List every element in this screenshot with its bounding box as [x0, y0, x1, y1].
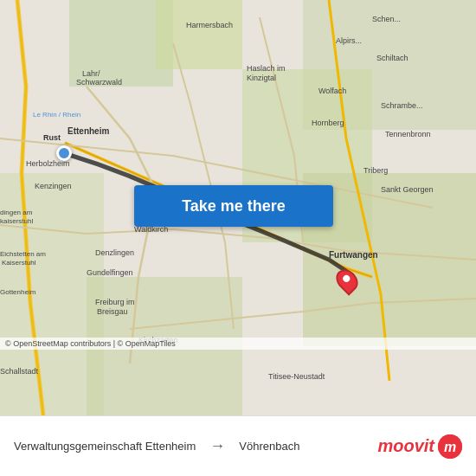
svg-text:Sankt Georgen: Sankt Georgen	[381, 185, 434, 194]
svg-text:Tennenbronn: Tennenbronn	[385, 130, 431, 138]
origin-marker	[56, 145, 72, 161]
svg-text:Kaiserstuhl: Kaiserstuhl	[2, 259, 36, 267]
svg-text:Wolfach: Wolfach	[318, 87, 346, 95]
svg-text:Gottenheim: Gottenheim	[0, 288, 36, 296]
svg-text:Schwarzwald: Schwarzwald	[76, 78, 122, 87]
svg-text:kaiserstuhl: kaiserstuhl	[0, 217, 33, 225]
svg-text:m: m	[444, 440, 456, 454]
svg-text:Furtwangen: Furtwangen	[329, 250, 378, 260]
svg-text:Schallstadt: Schallstadt	[0, 367, 39, 376]
svg-text:Schiltach: Schiltach	[376, 54, 408, 62]
svg-text:Le Rhin / Rhein: Le Rhin / Rhein	[33, 111, 80, 119]
svg-text:Breisgau: Breisgau	[97, 307, 128, 316]
svg-text:Denzlingen: Denzlingen	[95, 248, 134, 257]
svg-rect-2	[156, 0, 242, 69]
route-text: Verwaltungsgemeinschaft Ettenheim → Vöhr…	[14, 437, 377, 455]
bottom-bar: Verwaltungsgemeinschaft Ettenheim → Vöhr…	[0, 415, 476, 476]
svg-text:Haslach im: Haslach im	[247, 64, 286, 73]
svg-text:Alpirs...: Alpirs...	[336, 36, 362, 45]
svg-text:Schrambe...: Schrambe...	[381, 101, 423, 110]
moovit-text: moovit	[377, 436, 434, 456]
map-container: Lahr/ Schwarzwald Harmersbach Haslach im…	[0, 0, 476, 415]
svg-text:Harmersbach: Harmersbach	[186, 21, 233, 29]
take-me-there-button[interactable]: Take me there	[134, 185, 333, 227]
svg-text:Freiburg im: Freiburg im	[95, 298, 135, 306]
moovit-icon: m	[438, 434, 462, 459]
svg-text:Titisee-Neustadt: Titisee-Neustadt	[268, 372, 325, 381]
svg-text:Kinzigtal: Kinzigtal	[247, 74, 276, 82]
svg-text:Kenzingen: Kenzingen	[35, 182, 72, 190]
svg-text:Eichstetten am: Eichstetten am	[0, 250, 46, 258]
svg-text:dingen am: dingen am	[0, 209, 33, 216]
svg-text:Rust: Rust	[43, 133, 61, 142]
destination-label: Vöhrenbach	[239, 440, 299, 453]
svg-text:Triberg: Triberg	[363, 166, 388, 175]
svg-text:Hornberg: Hornberg	[312, 119, 344, 127]
svg-text:Lahr/: Lahr/	[82, 69, 100, 78]
svg-text:Ettenheim: Ettenheim	[68, 126, 109, 136]
svg-text:Schen...: Schen...	[372, 15, 401, 23]
svg-text:Gundelfingen: Gundelfingen	[87, 268, 133, 277]
origin-label: Verwaltungsgemeinschaft Ettenheim	[14, 440, 196, 453]
map-attribution: © OpenStreetMap contributors | © OpenMap…	[0, 338, 476, 350]
moovit-logo: moovit m	[377, 434, 462, 459]
arrow-icon: →	[209, 437, 225, 455]
route-info: Verwaltungsgemeinschaft Ettenheim → Vöhr…	[14, 437, 377, 455]
destination-marker	[338, 268, 357, 293]
